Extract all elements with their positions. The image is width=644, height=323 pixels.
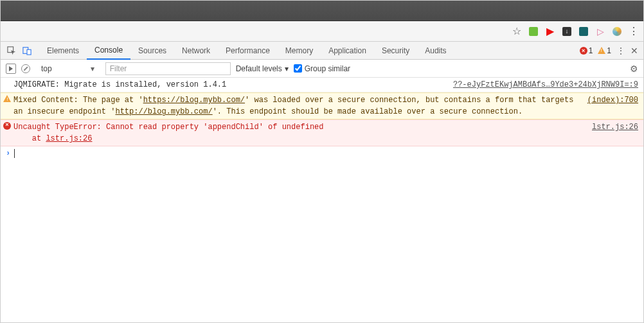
error-icon: ×	[3, 122, 11, 130]
browser-menu-icon[interactable]: ⋮	[628, 26, 640, 37]
toggle-sidebar-icon[interactable]	[6, 64, 16, 74]
svg-rect-2	[27, 49, 31, 55]
group-similar-input[interactable]	[294, 64, 302, 73]
tab-elements[interactable]: Elements	[39, 42, 87, 60]
error-source-link[interactable]: lstr.js:26	[579, 121, 638, 144]
log-source-link[interactable]: ??-eJyFztEKwjAMBdAfs…9Yde3+24bXjRNW9I=:9	[440, 79, 638, 91]
clear-console-icon[interactable]	[21, 64, 30, 73]
error-count-text: 1	[589, 46, 593, 55]
error-counter[interactable]: × 1	[580, 46, 593, 55]
warning-source-link[interactable]: (index):700	[575, 94, 638, 118]
extension-icon[interactable]	[578, 26, 589, 37]
warning-count-text: 1	[607, 46, 611, 55]
filter-input[interactable]	[105, 62, 231, 75]
warning-counter[interactable]: 1	[598, 46, 611, 55]
context-label: top	[41, 64, 52, 73]
prompt-chevron-icon: ›	[6, 149, 10, 158]
tab-memory[interactable]: Memory	[278, 42, 321, 60]
warning-icon	[3, 95, 11, 102]
warning-url-link[interactable]: http://blog.mybb.com/	[115, 107, 212, 116]
warning-url-link[interactable]: https://blog.mybb.com/	[143, 96, 245, 105]
group-similar-label: Group similar	[305, 64, 350, 73]
warning-text: Mixed Content: The page at 'https://blog…	[13, 94, 575, 118]
extension-icon[interactable]: ▶	[544, 26, 556, 37]
console-warning-row: Mixed Content: The page at 'https://blog…	[1, 92, 643, 119]
browser-tab-strip	[1, 1, 643, 21]
console-messages: JQMIGRATE: Migrate is installed, version…	[1, 78, 643, 322]
group-similar-checkbox[interactable]: Group similar	[294, 64, 350, 73]
close-icon[interactable]: ✕	[631, 46, 638, 56]
log-levels-select[interactable]: Default levels ▾	[236, 64, 289, 73]
tab-application[interactable]: Application	[321, 42, 374, 60]
tab-audits[interactable]: Audits	[417, 42, 454, 60]
tab-sources[interactable]: Sources	[130, 42, 174, 60]
error-text: Uncaught TypeError: Cannot read property…	[13, 121, 579, 144]
console-settings-icon[interactable]: ⚙	[630, 64, 638, 74]
inspect-element-icon[interactable]	[6, 45, 17, 57]
console-log-row: JQMIGRATE: Migrate is installed, version…	[1, 78, 643, 92]
devtools-menu-icon[interactable]: ⋮	[616, 46, 625, 56]
browser-toolbar: ☆ ▶ ↓ ▷ ⋮	[1, 21, 643, 42]
extension-icon[interactable]: ↓	[561, 26, 573, 37]
console-error-row: × Uncaught TypeError: Cannot read proper…	[1, 119, 643, 146]
tab-console[interactable]: Console	[87, 42, 130, 60]
tab-security[interactable]: Security	[374, 42, 417, 60]
bookmark-star-icon[interactable]: ☆	[511, 26, 523, 37]
extension-icon[interactable]	[611, 26, 623, 37]
chevron-down-icon: ▾	[91, 64, 94, 73]
tab-network[interactable]: Network	[174, 42, 218, 60]
error-icon: ×	[580, 47, 587, 55]
warning-icon	[598, 47, 605, 54]
execution-context-select[interactable]: top ▾	[35, 62, 100, 75]
log-text: JQMIGRATE: Migrate is installed, version…	[13, 79, 440, 91]
extension-icon[interactable]	[528, 26, 539, 37]
console-prompt[interactable]: ›	[1, 146, 643, 161]
toggle-device-icon[interactable]	[21, 45, 33, 57]
prompt-caret	[14, 149, 15, 158]
console-toolbar: top ▾ Default levels ▾ Group similar ⚙	[1, 60, 643, 78]
error-stack-link[interactable]: lstr.js:26	[46, 134, 92, 143]
devtools-tab-bar: Elements Console Sources Network Perform…	[1, 42, 643, 60]
extension-icon[interactable]: ▷	[595, 26, 606, 37]
chevron-down-icon: ▾	[285, 64, 289, 73]
tab-performance[interactable]: Performance	[218, 42, 278, 60]
levels-label: Default levels	[236, 64, 282, 73]
